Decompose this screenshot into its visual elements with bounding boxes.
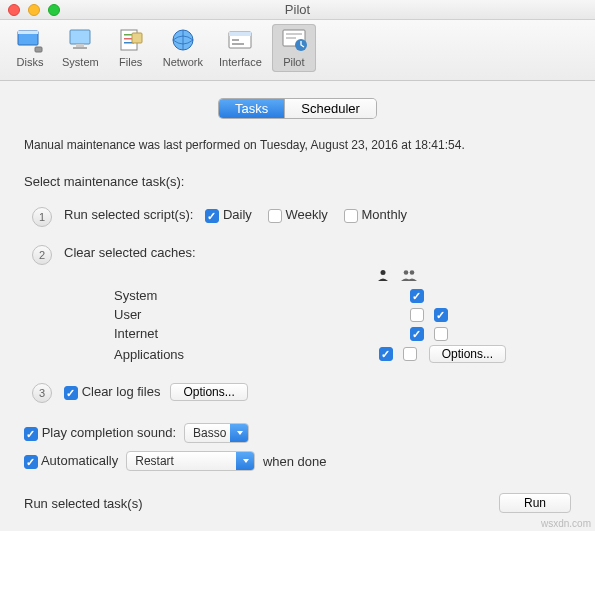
run-label: Run selected task(s): [24, 496, 143, 511]
apps-single-checkbox[interactable]: [379, 347, 393, 361]
weekly-option[interactable]: Weekly: [268, 207, 328, 223]
tab-segmented-control: Tasks Scheduler: [219, 99, 376, 118]
toolbar-pilot[interactable]: Pilot: [272, 24, 316, 72]
files-icon: [115, 26, 147, 54]
scripts-label: Run selected script(s):: [64, 207, 193, 222]
watermark: wsxdn.com: [541, 518, 591, 529]
toolbar-interface[interactable]: Interface: [213, 24, 268, 72]
cache-row-system: System: [114, 286, 506, 305]
step-2-badge: 2: [32, 245, 52, 265]
run-button[interactable]: Run: [499, 493, 571, 513]
apps-all-checkbox[interactable]: [403, 347, 417, 361]
system-icon: [64, 26, 96, 54]
completion-sound-checkbox[interactable]: [24, 427, 38, 441]
cache-row-applications: Applications Options...: [114, 343, 506, 365]
svg-rect-2: [35, 47, 42, 52]
step-3-badge: 3: [32, 383, 52, 403]
monthly-option[interactable]: Monthly: [344, 207, 407, 223]
auto-action-select[interactable]: Restart: [126, 451, 255, 471]
clear-logs-option[interactable]: Clear log files: [64, 384, 160, 400]
svg-rect-17: [286, 33, 302, 35]
daily-checkbox[interactable]: [205, 209, 219, 223]
cache-row-user: User: [114, 305, 506, 324]
cache-column-header: [114, 268, 438, 282]
toolbar-label: Interface: [219, 56, 262, 68]
network-icon: [167, 26, 199, 54]
toolbar-label: Network: [163, 56, 203, 68]
completion-sound-select[interactable]: Basso: [184, 423, 249, 443]
automatically-checkbox[interactable]: [24, 455, 38, 469]
svg-rect-4: [76, 44, 84, 47]
interface-icon: [224, 26, 256, 54]
section-title: Select maintenance task(s):: [24, 174, 571, 189]
cache-row-internet: Internet: [114, 324, 506, 343]
system-single-checkbox[interactable]: [410, 289, 424, 303]
last-run-status: Manual maintenance was last performed on…: [24, 138, 571, 152]
logs-options-button[interactable]: Options...: [170, 383, 247, 401]
toolbar-files[interactable]: Files: [109, 24, 153, 72]
weekly-checkbox[interactable]: [268, 209, 282, 223]
caches-label: Clear selected caches:: [64, 245, 196, 260]
completion-sound-option[interactable]: Play completion sound:: [24, 425, 176, 441]
svg-point-21: [404, 270, 409, 275]
user-all-checkbox[interactable]: [434, 308, 448, 322]
svg-rect-15: [232, 43, 244, 45]
tab-tasks[interactable]: Tasks: [219, 99, 284, 118]
svg-rect-18: [286, 37, 296, 39]
toolbar-disks[interactable]: Disks: [8, 24, 52, 72]
auto-suffix-label: when done: [263, 454, 327, 469]
monthly-checkbox[interactable]: [344, 209, 358, 223]
svg-rect-3: [70, 30, 90, 44]
cache-label: System: [114, 288, 274, 303]
svg-point-20: [381, 270, 386, 275]
clear-logs-checkbox[interactable]: [64, 386, 78, 400]
main-toolbar: Disks System Files Network Interface Pil…: [0, 20, 595, 81]
all-users-icon: [400, 268, 414, 282]
content-pane: Tasks Scheduler Manual maintenance was l…: [0, 81, 595, 531]
cache-label: Applications: [114, 347, 274, 362]
toolbar-network[interactable]: Network: [157, 24, 209, 72]
window-titlebar: Pilot: [0, 0, 595, 20]
svg-rect-1: [18, 31, 38, 34]
apps-options-button[interactable]: Options...: [429, 345, 506, 363]
svg-rect-10: [132, 33, 142, 43]
tab-scheduler[interactable]: Scheduler: [284, 99, 376, 118]
daily-option[interactable]: Daily: [205, 207, 252, 223]
toolbar-label: Pilot: [283, 56, 304, 68]
svg-rect-14: [232, 39, 239, 41]
disks-icon: [14, 26, 46, 54]
svg-rect-5: [73, 47, 87, 49]
cache-label: User: [114, 307, 274, 322]
cache-label: Internet: [114, 326, 274, 341]
toolbar-label: Disks: [17, 56, 44, 68]
step-1-badge: 1: [32, 207, 52, 227]
toolbar-system[interactable]: System: [56, 24, 105, 72]
auto-action-value: Restart: [126, 451, 255, 471]
toolbar-label: Files: [119, 56, 142, 68]
svg-point-22: [410, 270, 415, 275]
internet-all-checkbox[interactable]: [434, 327, 448, 341]
toolbar-label: System: [62, 56, 99, 68]
automatically-option[interactable]: Automatically: [24, 453, 118, 469]
internet-single-checkbox[interactable]: [410, 327, 424, 341]
svg-rect-13: [229, 32, 251, 36]
user-single-checkbox[interactable]: [410, 308, 424, 322]
completion-sound-value: Basso: [184, 423, 249, 443]
window-title: Pilot: [0, 2, 595, 17]
pilot-icon: [278, 26, 310, 54]
single-user-icon: [376, 268, 390, 282]
